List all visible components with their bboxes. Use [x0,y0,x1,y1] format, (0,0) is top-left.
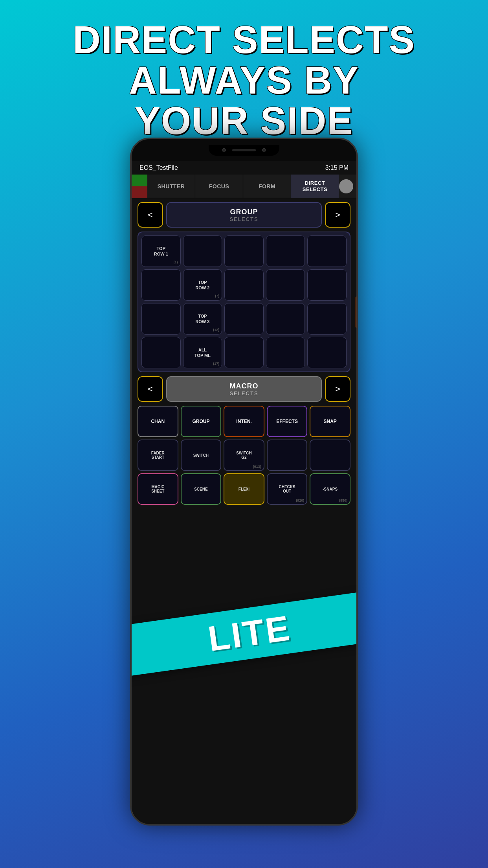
grid-cell-top-row-3[interactable]: TOPROW 3 (12) [183,303,222,335]
grid-cell-1-5[interactable] [307,235,347,267]
group-section: < GROUP SELECTS > TOPROW 1 [132,198,356,509]
macro-cell-empty-2-5[interactable] [310,440,350,471]
grid-cell-4-1[interactable] [141,337,181,368]
grid-cell-1-3[interactable] [224,235,264,267]
notch-cutout [209,145,279,156]
app-content: SHUTTER FOCUS FORM DIRECTSELECTS < GROUP… [132,175,356,824]
macro-cell-scene[interactable]: SCENE [181,473,222,505]
flag-red [132,186,147,198]
macro-cell-group[interactable]: GROUP [181,406,222,437]
tab-focus[interactable]: FOCUS [195,175,243,198]
phone-device: EOS_TestFile 3:15 PM SHUTTER FOCUS FORM … [130,138,358,826]
nav-bar: SHUTTER FOCUS FORM DIRECTSELECTS [132,175,356,198]
header-title: DIRECT SELECTS ALWAYS BY YOUR SIDE [0,20,488,141]
volume-button [356,344,358,359]
macro-cell-flexi[interactable]: FLEXI [224,473,264,505]
group-grid: TOPROW 1 (1) TOPROW 2 (7) [138,232,350,372]
group-title: GROUP [230,208,258,216]
group-next-button[interactable]: > [325,202,350,228]
grid-cell-4-5[interactable] [307,337,347,368]
macro-subtitle: SELECTS [229,390,258,396]
macro-cell-magic-sheet[interactable]: MAGICSHEET [138,473,178,505]
macro-cell-snap[interactable]: SNAP [310,406,350,437]
grid-cell-2-1[interactable] [141,269,181,301]
macro-cell-switch-g2[interactable]: SWITCHG2 (913) [224,440,264,471]
macro-label-button[interactable]: MACRO SELECTS [166,376,322,402]
status-bar: EOS_TestFile 3:15 PM [132,161,356,175]
macro-title: MACRO [230,382,259,390]
color-flags [132,175,147,198]
camera-left [222,148,226,152]
macro-cell-chan[interactable]: CHAN [138,406,178,437]
grid-cell-2-4[interactable] [266,269,305,301]
grid-cell-top-row-1[interactable]: TOPROW 1 (1) [141,235,181,267]
nav-tabs: SHUTTER FOCUS FORM DIRECTSELECTS [147,175,339,198]
grid-cell-1-2[interactable] [183,235,222,267]
macro-cell-intens[interactable]: INTEN. [224,406,264,437]
grid-cell-4-3[interactable] [224,337,264,368]
camera-right [262,148,266,152]
grid-cell-3-3[interactable] [224,303,264,335]
header-section: DIRECT SELECTS ALWAYS BY YOUR SIDE [0,0,488,149]
grid-cell-3-4[interactable] [266,303,305,335]
grid-cell-all-top-ml[interactable]: ALLTOP ML (17) [183,337,222,368]
group-header-row: < GROUP SELECTS > [138,202,350,228]
macro-cell-empty-2-4[interactable] [267,440,308,471]
nav-circle[interactable] [339,179,353,193]
grid-cell-top-row-2[interactable]: TOPROW 2 (7) [183,269,222,301]
notch-bar [132,139,356,161]
group-prev-button[interactable]: < [138,202,163,228]
grid-row-1: TOPROW 1 (1) [141,235,347,267]
power-button [356,296,358,328]
grid-row-3: TOPROW 3 (12) [141,303,347,335]
group-subtitle: SELECTS [229,216,258,222]
macro-cell-fader-start[interactable]: FADERSTART [138,440,178,471]
macro-next-button[interactable]: > [325,376,350,402]
app-title: EOS_TestFile [139,164,178,171]
macro-header-row: < MACRO SELECTS > [138,376,350,402]
macro-prev-button[interactable]: < [138,376,163,402]
grid-cell-3-1[interactable] [141,303,181,335]
macro-cell-snaps[interactable]: -SNAPS (950) [310,473,350,505]
group-label-button[interactable]: GROUP SELECTS [166,202,322,228]
speaker [232,149,256,151]
time-display: 3:15 PM [325,164,349,171]
flag-green [132,175,147,186]
grid-cell-1-4[interactable] [266,235,305,267]
macro-grid-row-1: CHAN GROUP INTEN. EFFECTS SNAP [138,406,350,437]
grid-row-2: TOPROW 2 (7) [141,269,347,301]
grid-cell-3-5[interactable] [307,303,347,335]
grid-cell-2-5[interactable] [307,269,347,301]
tab-direct-selects[interactable]: DIRECTSELECTS [291,175,339,198]
macro-grid-row-3: MAGICSHEET SCENE FLEXI CHECKSOUT (920) -… [138,473,350,505]
macro-cell-checks-out[interactable]: CHECKSOUT (920) [267,473,308,505]
tab-shutter[interactable]: SHUTTER [147,175,195,198]
grid-row-4: ALLTOP ML (17) [141,337,347,368]
macro-cell-effects[interactable]: EFFECTS [267,406,308,437]
macro-grid-row-2: FADERSTART SWITCH SWITCHG2 (913) [138,440,350,471]
grid-cell-2-3[interactable] [224,269,264,301]
grid-cell-4-4[interactable] [266,337,305,368]
tab-form[interactable]: FORM [243,175,291,198]
macro-cell-switch[interactable]: SWITCH [181,440,222,471]
lite-label: LITE [205,607,293,659]
